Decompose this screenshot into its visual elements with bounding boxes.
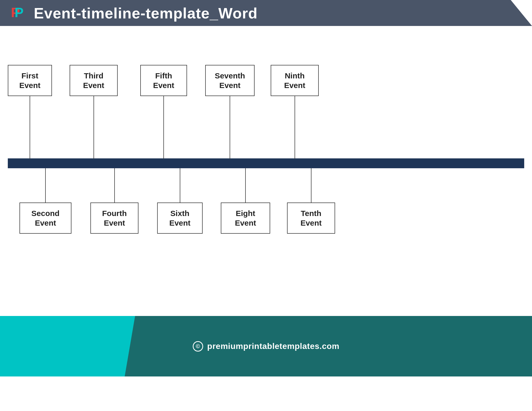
logo-icon: P P [10, 5, 26, 21]
footer-website: premiumprintabletemplates.com [207, 341, 340, 351]
ninth-event-connector [295, 96, 295, 159]
seventh-event-connector [230, 96, 230, 159]
tenth-event-connector [311, 168, 311, 203]
footer-content: © premiumprintabletemplates.com [0, 316, 532, 376]
main-content: First Event ThirdEvent FifthEvent Sevent… [0, 26, 532, 376]
tenth-event-box: TenthEvent [287, 203, 335, 234]
fourth-event-box: FourthEvent [90, 203, 138, 234]
header: P P Event-timeline-template_Word [0, 0, 532, 26]
copyright-icon: © [193, 341, 203, 352]
seventh-event-box: SeventhEvent [205, 65, 255, 96]
fifth-event-box: FifthEvent [140, 65, 187, 96]
third-event-connector [94, 96, 94, 159]
timeline-bar [8, 158, 524, 168]
fifth-event-connector [163, 96, 164, 159]
eight-event-box: EightEvent [221, 203, 270, 234]
first-event-box: First Event [8, 65, 52, 96]
page-title: Event-timeline-template_Word [34, 4, 258, 22]
second-event-connector [45, 168, 46, 203]
sixth-event-box: SixthEvent [157, 203, 203, 234]
first-event-connector [30, 96, 30, 159]
eight-event-connector [245, 168, 246, 203]
fourth-event-connector [114, 168, 115, 203]
second-event-box: SecondEvent [19, 203, 71, 234]
sixth-event-connector [180, 168, 180, 203]
ninth-event-box: NinthEvent [271, 65, 319, 96]
third-event-box: ThirdEvent [70, 65, 118, 96]
svg-text:P: P [15, 5, 24, 20]
